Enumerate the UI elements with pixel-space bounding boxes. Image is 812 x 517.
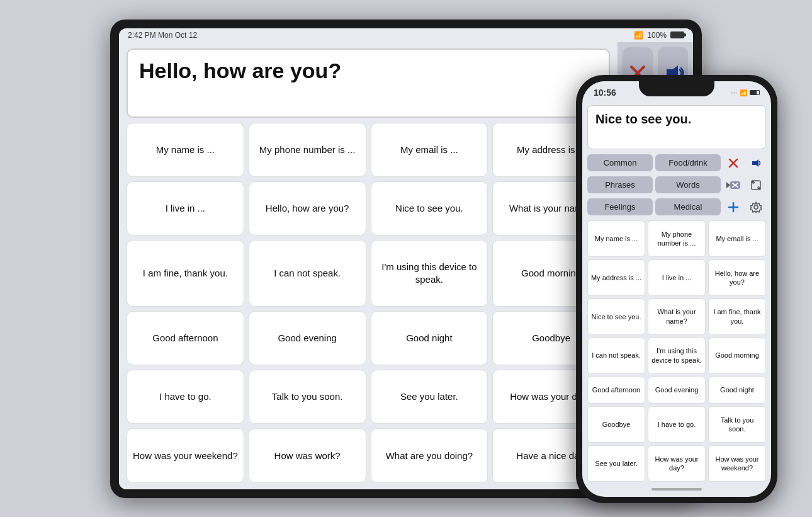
phone-phrase-cell[interactable]: How was your weekend? [708, 445, 766, 482]
tablet-phrase-cell[interactable]: Good evening [249, 311, 366, 365]
tablet-phrase-cell[interactable]: My phone number is ... [249, 123, 366, 177]
tablet-status-icons: 📶 100% [634, 31, 684, 40]
tablet-phrase-cell[interactable]: My email is ... [371, 123, 488, 177]
phone-mid-categories: Phrases Words [582, 174, 771, 196]
battery-bar-icon [670, 31, 684, 38]
phone-wifi-icon: 📶 [740, 89, 747, 96]
phone-battery-icon [750, 90, 760, 95]
phone-expand-button[interactable] [746, 176, 766, 193]
phone-phrase-cell[interactable]: Goodbye [587, 406, 645, 443]
phone-device: 10:56 ···· 📶 Nice to see you. Common Foo… [576, 75, 777, 503]
phone-phrase-cell[interactable]: Nice to see you. [587, 298, 645, 335]
phone-phrase-cell[interactable]: Hello, how are you? [708, 259, 766, 296]
phone-phrase-cell[interactable]: Talk to you soon. [708, 406, 766, 443]
phone-text-display: Nice to see you. [587, 105, 766, 149]
phone-speak-button[interactable] [746, 154, 766, 171]
phone-phrase-cell[interactable]: See you later. [587, 445, 645, 482]
tablet-phrase-cell[interactable]: Hello, how are you? [249, 181, 366, 236]
phone-medical-button[interactable]: Medical [655, 198, 721, 215]
battery-icon: 100% [647, 31, 667, 40]
tablet-text-display: Hello, how are you? [127, 48, 610, 118]
phone-phrase-cell[interactable]: How was your day? [648, 445, 706, 482]
phone-bot-categories: Feelings Medical [582, 196, 771, 218]
phone-home-indicator [582, 484, 771, 497]
phone-time: 10:56 [594, 88, 616, 98]
phone-feelings-button[interactable]: Feelings [587, 198, 653, 215]
phone-phrase-cell[interactable]: I live in ... [648, 259, 706, 296]
tablet-phrase-cell[interactable]: Good night [371, 311, 488, 365]
tablet-phrase-cell[interactable]: I'm using this device to speak. [371, 240, 488, 307]
svg-marker-11 [752, 159, 758, 167]
phone-status-icons: ···· 📶 [730, 89, 760, 96]
phone-phrase-cell[interactable]: My phone number is ... [648, 220, 706, 257]
phone-top-categories: Common Food/drink [582, 152, 771, 174]
tablet-status-bar: 2:42 PM Mon Oct 12 📶 100% [119, 28, 693, 42]
tablet-phrase-cell[interactable]: See you later. [371, 370, 488, 424]
svg-point-19 [754, 205, 758, 209]
phone-phrase-cell[interactable]: I can not speak. [587, 338, 645, 374]
phone-phrase-cell[interactable]: I am fine, thank you. [708, 298, 766, 335]
phone-phrase-cell[interactable]: My address is ... [587, 259, 645, 296]
phone-phrase-cell[interactable]: I have to go. [648, 406, 706, 443]
wifi-icon: 📶 [634, 31, 643, 40]
phone-notch [639, 81, 714, 96]
phone-phrase-cell[interactable]: My email is ... [708, 220, 766, 257]
phone-phrase-cell[interactable]: I'm using this device to speak. [648, 338, 706, 374]
svg-marker-12 [726, 182, 730, 188]
tablet-phrase-cell[interactable]: How was work? [249, 428, 366, 482]
phone-phrase-cell[interactable]: Good night [708, 377, 766, 404]
phone-phrase-cell[interactable]: Good afternoon [587, 377, 645, 404]
tablet-phrase-cell[interactable]: How was your weekend? [127, 428, 244, 482]
phone-food-button[interactable]: Food/drink [655, 154, 721, 171]
tablet-phrase-cell[interactable]: My name is ... [127, 123, 244, 177]
phone-phrase-cell[interactable]: Good morning [708, 338, 766, 374]
tablet-left-panel: Hello, how are you? My name is ...My pho… [119, 42, 617, 489]
tablet-phrase-cell[interactable]: I am fine, thank you. [127, 240, 244, 307]
phone-phrase-grid: My name is ...My phone number is ...My e… [582, 218, 771, 484]
tablet-phrase-cell[interactable]: I have to go. [127, 370, 244, 424]
phone-screen: 10:56 ···· 📶 Nice to see you. Common Foo… [582, 81, 771, 497]
phone-status-bar: 10:56 ···· 📶 [582, 81, 771, 100]
phone-backspace-button[interactable] [723, 176, 743, 193]
tablet-phrase-cell[interactable]: Nice to see you. [371, 181, 488, 236]
phone-clear-button[interactable] [723, 154, 743, 171]
phone-phrase-cell[interactable]: My name is ... [587, 220, 645, 257]
tablet-phrase-cell[interactable]: I can not speak. [249, 240, 366, 307]
phone-words-button[interactable]: Words [655, 176, 721, 193]
tablet-phrase-cell[interactable]: Talk to you soon. [249, 370, 366, 424]
phone-phrase-cell[interactable]: What is your name? [648, 298, 706, 335]
tablet-phrase-grid: My name is ...My phone number is ...My e… [127, 123, 610, 483]
tablet-phrase-cell[interactable]: What are you doing? [371, 428, 488, 482]
phone-phrases-button[interactable]: Phrases [587, 176, 653, 193]
phone-common-button[interactable]: Common [587, 154, 653, 171]
phone-phrase-cell[interactable]: Good evening [648, 377, 706, 404]
phone-add-button[interactable] [723, 198, 743, 215]
tablet-phrase-cell[interactable]: Good afternoon [127, 311, 244, 365]
phone-settings-button[interactable] [746, 198, 766, 215]
tablet-time: 2:42 PM Mon Oct 12 [128, 31, 197, 40]
phone-signal-icon: ···· [730, 89, 737, 96]
tablet-phrase-cell[interactable]: I live in ... [127, 181, 244, 236]
